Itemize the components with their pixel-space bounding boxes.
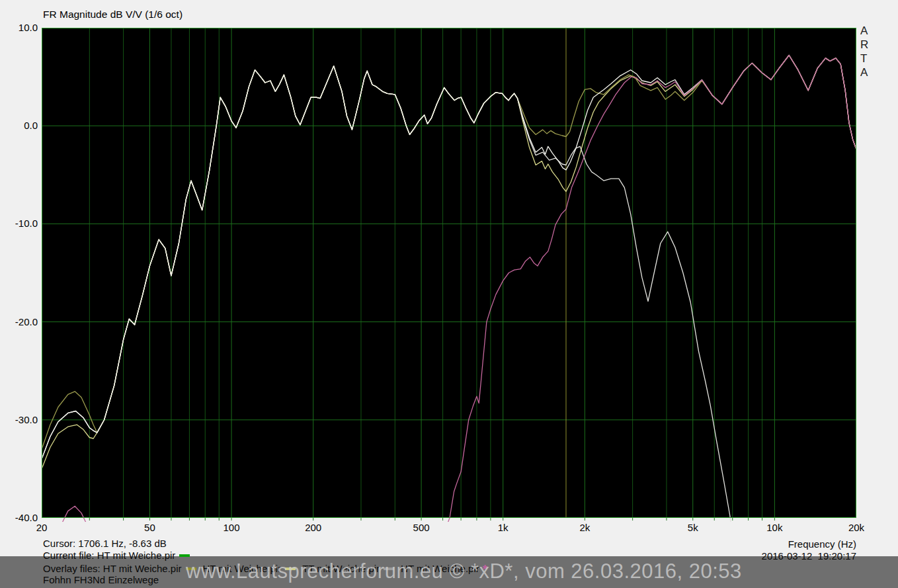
- watermark-text: www.Lautsprecherforum.eu © *xD*, vom 26.…: [186, 560, 742, 583]
- y-axis-tick-label: 10.0: [0, 22, 38, 33]
- current-file-legend-dash: [179, 554, 190, 557]
- x-axis-tick-label: 20k: [837, 522, 876, 533]
- x-axis-tick-label: 10k: [755, 522, 794, 533]
- x-axis-tick-label: 2k: [565, 522, 604, 533]
- x-axis-tick-label: 1k: [483, 522, 523, 533]
- frequency-response-plot[interactable]: [42, 28, 856, 518]
- arta-fr-window: FR Magnitude dB V/V (1/6 oct) 10.00.0-10…: [0, 0, 898, 588]
- y-axis-tick-label: -30.0: [0, 414, 38, 425]
- current-file-label: Current file: HT mit Weiche.pir: [43, 550, 175, 561]
- x-axis-tick-label: 200: [294, 522, 333, 533]
- overlay-file-name: HT mit Weiche.pir: [103, 563, 182, 574]
- plot-title: FR Magnitude dB V/V (1/6 oct): [43, 9, 183, 21]
- frequency-axis-label: Frequency (Hz): [788, 538, 856, 550]
- current-file-line: Current file: HT mit Weiche.pir: [43, 550, 196, 561]
- overlay-files-label: Overlay files:: [43, 563, 103, 574]
- y-axis-tick-label: 0.0: [0, 120, 38, 131]
- cursor-readout: Cursor: 1706.1 Hz, -8.63 dB: [43, 538, 167, 549]
- x-axis-tick-label: 50: [130, 522, 169, 533]
- measurement-datetime: 2016-03-12 19:20:17: [762, 550, 856, 562]
- arta-logo-vertical: A R T A: [860, 24, 868, 79]
- plot-background: [42, 28, 856, 518]
- y-axis-tick-label: -20.0: [0, 316, 38, 327]
- x-axis-tick-label: 100: [212, 522, 251, 533]
- plot-canvas[interactable]: [42, 28, 856, 522]
- x-axis-tick-label: 5k: [673, 522, 713, 533]
- project-name: Fohhn FH3Nd Einzelwege: [43, 574, 159, 585]
- y-axis-tick-label: -10.0: [0, 218, 38, 229]
- x-axis-tick-label: 20: [22, 522, 61, 533]
- x-axis-tick-label: 500: [401, 522, 441, 533]
